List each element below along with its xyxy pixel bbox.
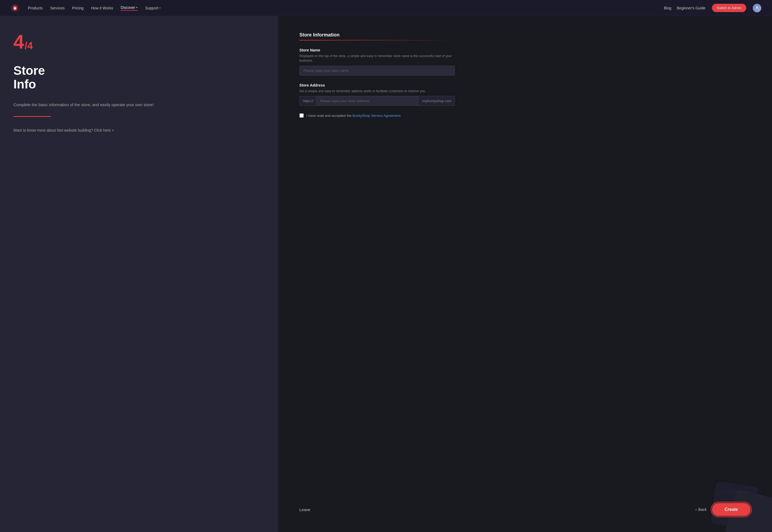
nav-item-products[interactable]: Products xyxy=(28,6,43,10)
section-title: Store Information xyxy=(299,32,455,38)
nav-item-how-it-works[interactable]: How it Works xyxy=(91,6,113,10)
back-button[interactable]: ‹ Back xyxy=(695,507,707,512)
store-address-suffix: .mybuckyshop.com xyxy=(418,96,455,106)
store-address-prefix: https:// xyxy=(300,96,317,106)
chevron-down-icon: ▾ xyxy=(136,6,138,9)
switch-to-admin-button[interactable]: Switch to Admin xyxy=(712,4,747,12)
navbar-left: Products Services Pricing How it Works D… xyxy=(11,4,161,12)
store-name-field-group: Store Name Displayed on the top of the s… xyxy=(299,48,455,76)
nav-link-discover[interactable]: Discover ▾ xyxy=(121,5,138,11)
step-indicator: 4/4 xyxy=(13,32,265,51)
bottom-bar: Leave ‹ Back Create xyxy=(299,492,751,516)
store-address-label: Store Address xyxy=(299,83,455,87)
step-current: 4 xyxy=(13,31,24,53)
left-panel: 4/4 Store Info Complete the basic inform… xyxy=(0,16,278,532)
right-panel: Store Information Store Name Displayed o… xyxy=(278,16,772,532)
nav-item-support[interactable]: Support ▾ xyxy=(145,6,161,10)
section-title-underline xyxy=(299,40,455,40)
step-label: Store Info xyxy=(13,64,265,91)
right-bottom-buttons: ‹ Back Create xyxy=(695,503,751,516)
logo-icon xyxy=(11,4,19,12)
service-agreement-checkbox[interactable] xyxy=(299,113,304,118)
nav-link-support[interactable]: Support ▾ xyxy=(145,6,161,10)
nav-link-how-it-works[interactable]: How it Works xyxy=(91,6,113,10)
avatar[interactable] xyxy=(753,4,761,12)
navbar: Products Services Pricing How it Works D… xyxy=(0,0,772,16)
nav-link-blog[interactable]: Blog xyxy=(664,6,671,10)
svg-point-1 xyxy=(756,6,758,8)
create-button[interactable]: Create xyxy=(712,503,751,516)
left-footer-link: Want to know more about fast website bui… xyxy=(13,128,265,133)
store-address-input[interactable] xyxy=(317,96,418,106)
store-name-input[interactable] xyxy=(299,66,455,76)
nav-link-services[interactable]: Services xyxy=(50,6,65,10)
nav-links-list: Products Services Pricing How it Works D… xyxy=(28,5,161,11)
red-divider xyxy=(13,116,51,117)
nav-link-pricing[interactable]: Pricing xyxy=(72,6,84,10)
store-address-row: https:// .mybuckyshop.com xyxy=(299,96,455,106)
store-address-description: Set a unique and easy to remember addres… xyxy=(299,89,455,94)
service-agreement-row: I have read and accepted the BuckyShop S… xyxy=(299,113,455,118)
nav-link-beginners-guide[interactable]: Beginner's Guide xyxy=(677,6,706,10)
nav-link-products[interactable]: Products xyxy=(28,6,43,10)
logo[interactable] xyxy=(11,4,19,12)
step-total: /4 xyxy=(25,40,33,51)
service-agreement-label[interactable]: I have read and accepted the BuckyShop S… xyxy=(306,114,400,118)
store-address-field-group: Store Address Set a unique and easy to r… xyxy=(299,83,455,106)
service-agreement-link[interactable]: BuckyShop Service Agreement xyxy=(352,114,400,118)
chevron-down-icon: ▾ xyxy=(159,6,161,9)
store-name-label: Store Name xyxy=(299,48,455,52)
fast-website-building-link[interactable]: Want to know more about fast website bui… xyxy=(13,128,114,132)
store-name-description: Displayed on the top of the store, a sim… xyxy=(299,54,455,63)
chevron-left-icon: ‹ xyxy=(695,507,697,512)
nav-item-services[interactable]: Services xyxy=(50,6,65,10)
leave-button[interactable]: Leave xyxy=(299,507,310,512)
form-section: Store Information Store Name Displayed o… xyxy=(299,32,455,118)
navbar-right: Blog Beginner's Guide Switch to Admin xyxy=(664,4,762,12)
nav-item-pricing[interactable]: Pricing xyxy=(72,6,84,10)
nav-item-discover[interactable]: Discover ▾ xyxy=(121,5,138,11)
nav-right-links: Blog Beginner's Guide xyxy=(664,6,706,10)
main-container: 4/4 Store Info Complete the basic inform… xyxy=(0,16,772,532)
left-description: Complete the basic information of the st… xyxy=(13,102,265,108)
user-icon xyxy=(755,6,759,10)
